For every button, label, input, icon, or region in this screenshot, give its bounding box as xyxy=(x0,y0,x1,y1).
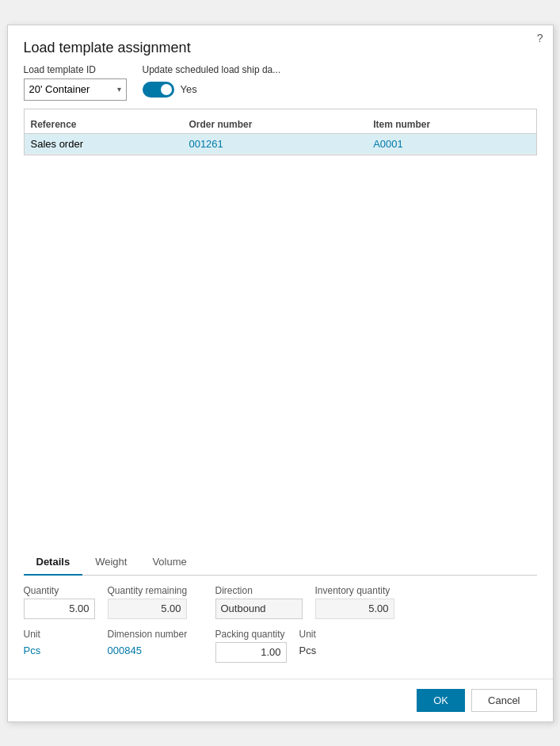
unit2-field: Unit Pcs xyxy=(299,629,371,663)
tab-details[interactable]: Details xyxy=(24,549,83,576)
help-icon[interactable]: ? xyxy=(537,32,543,44)
packing-quantity-label: Packing quantity xyxy=(215,629,287,640)
dialog: ? Load template assignment Load template… xyxy=(7,25,554,722)
col-order-number: Order number xyxy=(182,116,367,134)
dialog-title: Load template assignment xyxy=(8,25,553,64)
unit-label: Unit xyxy=(24,629,95,640)
dimension-number-field: Dimension number 000845 xyxy=(108,629,203,663)
direction-select[interactable]: Outbound xyxy=(215,599,303,619)
update-schedule-field: Update scheduled load ship da... Yes xyxy=(143,64,281,98)
tab-weight[interactable]: Weight xyxy=(82,549,139,576)
load-template-label: Load template ID xyxy=(24,64,127,75)
col-item-number: Item number xyxy=(367,116,535,134)
inventory-quantity-field: Inventory quantity xyxy=(315,585,402,619)
quantity-field: Quantity xyxy=(24,585,95,619)
quantity-remaining-field: Quantity remaining xyxy=(108,585,203,619)
dropdown-arrow-icon: ▾ xyxy=(117,85,121,94)
unit2-label: Unit xyxy=(299,629,371,640)
tabs-bar: Details Weight Volume xyxy=(24,549,537,576)
load-template-value: 20' Container xyxy=(29,83,90,95)
direction-label: Direction xyxy=(215,585,303,596)
dimension-number-value[interactable]: 000845 xyxy=(108,642,203,659)
dimension-number-label: Dimension number xyxy=(108,629,203,640)
packing-quantity-input[interactable] xyxy=(215,642,287,663)
update-schedule-toggle[interactable] xyxy=(143,82,174,98)
unit-value[interactable]: Pcs xyxy=(24,642,95,659)
table-header: Reference Order number Item number xyxy=(25,116,536,134)
table-body: Sales order 001261 A0001 xyxy=(25,133,536,154)
unit2-value: Pcs xyxy=(299,642,371,659)
quantity-remaining-label: Quantity remaining xyxy=(108,585,203,596)
inventory-quantity-label: Inventory quantity xyxy=(315,585,402,596)
form-row-top: Load template ID 20' Container ▾ Update … xyxy=(24,64,537,101)
quantity-label: Quantity xyxy=(24,585,95,596)
direction-value: Outbound xyxy=(221,603,266,614)
details-row-2: Unit Pcs Dimension number 000845 Packing… xyxy=(24,629,537,663)
details-row-1: Quantity Quantity remaining Direction Ou… xyxy=(24,585,537,619)
orders-table-wrapper: Reference Order number Item number Sales… xyxy=(24,109,537,155)
dialog-content: Load template ID 20' Container ▾ Update … xyxy=(8,64,553,679)
cell-reference: Sales order xyxy=(25,133,183,154)
quantity-input[interactable] xyxy=(24,599,95,619)
unit-field: Unit Pcs xyxy=(24,629,95,663)
packing-quantity-field: Packing quantity xyxy=(215,629,287,663)
toggle-yes-label: Yes xyxy=(181,83,197,95)
load-template-field: Load template ID 20' Container ▾ xyxy=(24,64,127,101)
table-spacer xyxy=(24,155,537,537)
orders-table: Reference Order number Item number Sales… xyxy=(25,116,536,155)
direction-field: Direction Outbound xyxy=(215,585,303,619)
toggle-wrapper: Yes xyxy=(143,82,281,98)
update-schedule-label: Update scheduled load ship da... xyxy=(143,64,281,75)
order-number-link[interactable]: 001261 xyxy=(189,138,223,150)
quantity-remaining-input xyxy=(108,599,187,619)
cell-item-number: A0001 xyxy=(367,133,535,154)
tab-volume[interactable]: Volume xyxy=(139,549,199,576)
load-template-select[interactable]: 20' Container ▾ xyxy=(24,78,127,101)
inventory-quantity-input xyxy=(315,599,394,619)
details-section: Quantity Quantity remaining Direction Ou… xyxy=(24,576,537,679)
table-row[interactable]: Sales order 001261 A0001 xyxy=(25,133,536,154)
item-number-link[interactable]: A0001 xyxy=(373,138,403,150)
cell-order-number: 001261 xyxy=(182,133,367,154)
col-reference: Reference xyxy=(25,116,183,134)
dialog-footer: OK Cancel xyxy=(8,679,553,721)
ok-button[interactable]: OK xyxy=(417,689,465,712)
cancel-button[interactable]: Cancel xyxy=(471,689,536,712)
